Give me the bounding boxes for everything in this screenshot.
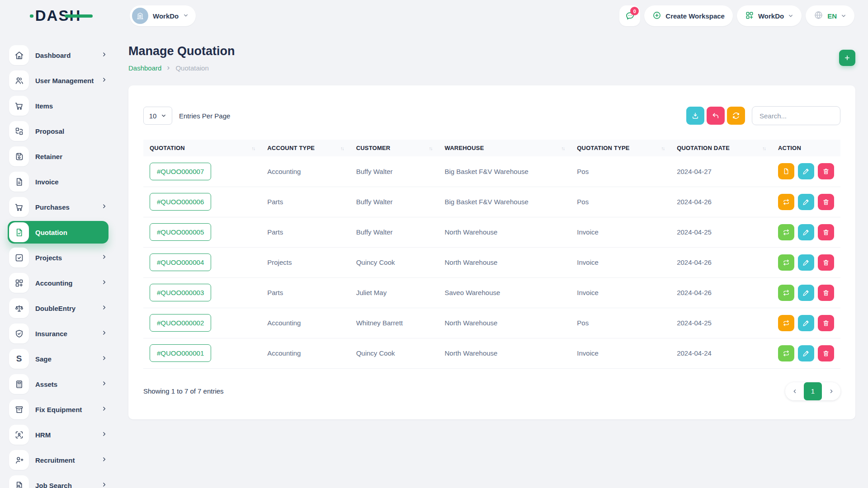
entries-per-page-value: 10 <box>149 112 157 120</box>
sidebar-item-label: Quotation <box>35 229 107 236</box>
delete-button[interactable] <box>818 194 834 210</box>
logo-container: DASH <box>0 7 116 24</box>
delete-button[interactable] <box>818 345 834 361</box>
quotation-type-cell: Pos <box>571 308 670 338</box>
quotation-type-cell: Invoice <box>571 217 670 247</box>
quotation-badge[interactable]: #QUOO000006 <box>150 193 211 211</box>
messages-button[interactable]: 0 <box>619 5 640 26</box>
delete-button[interactable] <box>818 254 834 271</box>
convert-button[interactable] <box>778 285 794 301</box>
edit-button[interactable] <box>798 345 814 361</box>
column-header-quotation-type[interactable]: QUOTATION TYPE↑↓ <box>571 140 670 156</box>
sidebar-item-label: Assets <box>35 380 95 388</box>
convert-button[interactable] <box>778 345 794 361</box>
current-page[interactable]: 1 <box>804 382 822 400</box>
sidebar-item-invoice[interactable]: Invoice <box>9 172 107 192</box>
breadcrumb-dashboard-link[interactable]: Dashboard <box>128 64 161 72</box>
sidebar-item-projects[interactable]: Projects <box>9 248 107 267</box>
add-quotation-button[interactable] <box>839 50 855 66</box>
reset-button[interactable] <box>707 107 725 125</box>
previous-page-button[interactable] <box>785 382 804 400</box>
quotation-badge[interactable]: #QUOO000005 <box>150 223 211 241</box>
column-header-account-type[interactable]: ACCOUNT TYPE↑↓ <box>261 140 349 156</box>
workspace-menu-button[interactable]: WorkDo <box>737 5 802 26</box>
sidebar-item-quotation[interactable]: Quotation <box>8 221 108 244</box>
delete-button[interactable] <box>818 315 834 331</box>
edit-button[interactable] <box>798 163 814 179</box>
column-header-warehouse[interactable]: WAREHOUSE↑↓ <box>438 140 571 156</box>
edit-button[interactable] <box>798 224 814 240</box>
sidebar-item-insurance[interactable]: Insurance <box>9 324 107 343</box>
chevron-right-icon <box>101 380 107 388</box>
customer-cell: Buffy Walter <box>350 217 439 247</box>
convert-button[interactable] <box>778 315 794 331</box>
table-row: #QUOO000002 Accounting Whitney Barrett N… <box>143 308 840 338</box>
user-plus-icon <box>9 450 29 470</box>
column-header-quotation-date[interactable]: QUOTATION DATE↑↓ <box>670 140 772 156</box>
warehouse-cell: North Warehouse <box>438 247 571 277</box>
delete-button[interactable] <box>818 224 834 240</box>
edit-button[interactable] <box>798 194 814 210</box>
sidebar-item-retainer[interactable]: Retainer <box>9 146 107 166</box>
search-input[interactable] <box>752 106 840 125</box>
column-header-quotation[interactable]: QUOTATION↑↓ <box>143 140 261 156</box>
app-logo[interactable]: DASH <box>35 7 81 24</box>
edit-button[interactable] <box>798 315 814 331</box>
create-workspace-button[interactable]: Create Workspace <box>644 5 733 26</box>
plus-icon <box>844 54 851 61</box>
chevron-right-icon <box>101 329 107 338</box>
file-icon <box>783 168 790 175</box>
convert-icon <box>783 259 790 266</box>
sidebar-item-job-search[interactable]: Job Search <box>9 475 107 488</box>
quotation-badge[interactable]: #QUOO000003 <box>150 284 211 301</box>
convert-button[interactable] <box>778 194 794 210</box>
chevron-right-icon <box>101 203 107 211</box>
workspace-selector[interactable]: WorkDo <box>130 5 196 26</box>
edit-button[interactable] <box>798 285 814 301</box>
edit-button[interactable] <box>798 254 814 271</box>
calculator-icon <box>9 374 29 394</box>
entries-per-page-select[interactable]: 10 <box>143 107 172 125</box>
sidebar-item-accounting[interactable]: Accounting <box>9 273 107 293</box>
duplicate-button[interactable] <box>778 163 794 179</box>
sidebar-item-proposal[interactable]: Proposal <box>9 121 107 141</box>
quotation-badge[interactable]: #QUOO000002 <box>150 314 211 332</box>
sidebar-item-purchases[interactable]: Purchases <box>9 197 107 217</box>
refresh-button[interactable] <box>727 107 745 125</box>
export-button[interactable] <box>686 107 704 125</box>
convert-button[interactable] <box>778 254 794 271</box>
sidebar-item-items[interactable]: Items <box>9 96 107 116</box>
undo-icon <box>712 112 720 120</box>
sidebar-item-user-management[interactable]: User Management <box>9 70 107 90</box>
file-search-icon <box>9 475 29 488</box>
quotation-badge[interactable]: #QUOO000004 <box>150 253 211 271</box>
logo-dash-bar <box>65 14 93 18</box>
sidebar-item-recruitment[interactable]: Recruitment <box>9 450 107 470</box>
file-text-icon <box>9 172 29 192</box>
convert-button[interactable] <box>778 224 794 240</box>
quotation-badge[interactable]: #QUOO000001 <box>150 344 211 362</box>
chevron-left-icon <box>792 389 797 394</box>
convert-icon <box>783 229 790 236</box>
delete-button[interactable] <box>818 163 834 179</box>
sidebar-item-label: User Management <box>35 77 95 84</box>
table-row: #QUOO000006 Parts Buffy Walter Big Baske… <box>143 187 840 217</box>
delete-button[interactable] <box>818 285 834 301</box>
swap-boxes-icon <box>9 121 29 141</box>
chevron-right-icon <box>166 64 171 72</box>
next-page-button[interactable] <box>822 382 840 400</box>
sidebar-item-doubleentry[interactable]: DoubleEntry <box>9 298 107 318</box>
account-type-cell: Accounting <box>261 338 349 368</box>
sidebar-item-hrm[interactable]: HRM <box>9 425 107 445</box>
trash-icon <box>822 229 830 236</box>
customer-cell: Quincy Cook <box>350 247 439 277</box>
sidebar-item-sage[interactable]: S Sage <box>9 349 107 369</box>
language-selector[interactable]: EN <box>806 5 854 26</box>
warehouse-cell: North Warehouse <box>438 217 571 247</box>
column-header-customer[interactable]: CUSTOMER↑↓ <box>350 140 439 156</box>
sidebar-item-assets[interactable]: Assets <box>9 374 107 394</box>
chevron-right-icon <box>829 389 834 394</box>
sidebar-item-dashboard[interactable]: Dashboard <box>9 45 107 65</box>
sidebar-item-fix-equipment[interactable]: Fix Equipment <box>9 399 107 419</box>
quotation-badge[interactable]: #QUOO000007 <box>150 163 211 180</box>
